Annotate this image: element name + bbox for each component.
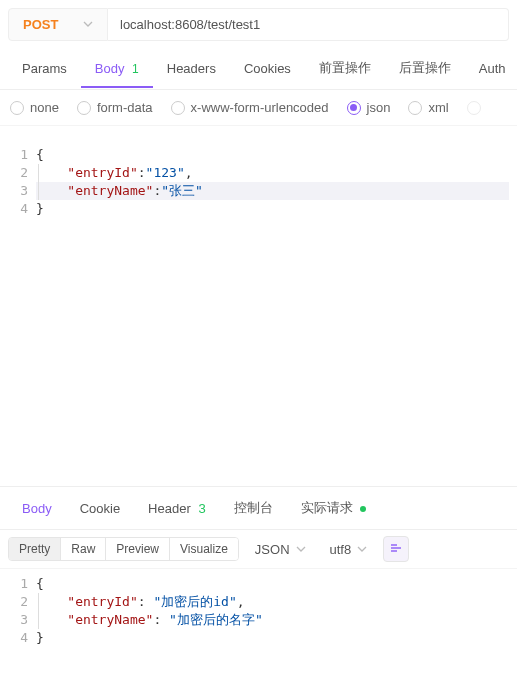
radio-icon	[347, 101, 361, 115]
line-number: 4	[0, 200, 28, 218]
code-value: "张三"	[161, 183, 203, 198]
radio-xform-label: x-www-form-urlencoded	[191, 100, 329, 115]
radio-icon	[77, 101, 91, 115]
tab-body[interactable]: Body 1	[81, 51, 153, 88]
response-body-viewer[interactable]: 1 2 3 4 { "entryId": "加密后的id", "entryNam…	[0, 569, 517, 647]
radio-icon	[10, 101, 24, 115]
gutter: 1 2 3 4	[0, 146, 36, 218]
body-type-selector: none form-data x-www-form-urlencoded jso…	[0, 90, 517, 126]
tab-post-request[interactable]: 后置操作	[385, 49, 465, 89]
view-pretty-button[interactable]: Pretty	[9, 538, 61, 560]
view-preview-button[interactable]: Preview	[106, 538, 170, 560]
code-key: "entryName"	[67, 612, 153, 627]
response-encoding-select[interactable]: utf8	[322, 538, 376, 561]
radio-more[interactable]	[467, 101, 481, 115]
tab-auth[interactable]: Auth	[465, 51, 517, 88]
radio-json[interactable]: json	[347, 100, 391, 115]
view-visualize-button[interactable]: Visualize	[170, 538, 238, 560]
gutter: 1 2 3 4	[0, 575, 36, 647]
radio-form-data[interactable]: form-data	[77, 100, 153, 115]
http-method-label: POST	[23, 17, 58, 32]
chevron-down-icon	[83, 17, 93, 32]
code-key: "entryName"	[67, 183, 153, 198]
code-key: "entryId"	[67, 594, 137, 609]
code-text: }	[36, 201, 44, 216]
line-number: 2	[0, 164, 28, 182]
line-number: 4	[0, 629, 28, 647]
response-encoding-label: utf8	[330, 542, 352, 557]
code-lines: { "entryId":"123", "entryName":"张三" }	[36, 146, 517, 218]
code-text: }	[36, 630, 44, 645]
radio-none[interactable]: none	[10, 100, 59, 115]
http-method-select[interactable]: POST	[8, 8, 108, 41]
tab-params[interactable]: Params	[8, 51, 81, 88]
code-value: "加密后的名字"	[169, 612, 263, 627]
resp-tab-header-label: Header	[148, 501, 191, 516]
line-number: 2	[0, 593, 28, 611]
request-tabs: Params Body 1 Headers Cookies 前置操作 后置操作 …	[0, 49, 517, 90]
radio-xml-label: xml	[428, 100, 448, 115]
resp-tab-header[interactable]: Header 3	[134, 489, 220, 528]
resp-tab-body[interactable]: Body	[8, 489, 66, 528]
response-format-select[interactable]: JSON	[247, 538, 314, 561]
tab-pre-request[interactable]: 前置操作	[305, 49, 385, 89]
radio-json-label: json	[367, 100, 391, 115]
resp-tab-actual-request[interactable]: 实际请求	[287, 487, 381, 529]
radio-none-label: none	[30, 100, 59, 115]
view-raw-button[interactable]: Raw	[61, 538, 106, 560]
radio-icon	[408, 101, 422, 115]
tab-cookies[interactable]: Cookies	[230, 51, 305, 88]
radio-icon	[467, 101, 481, 115]
chevron-down-icon	[357, 542, 367, 557]
resp-tab-header-count: 3	[198, 501, 205, 516]
radio-form-data-label: form-data	[97, 100, 153, 115]
response-view-mode: Pretty Raw Preview Visualize	[8, 537, 239, 561]
code-key: "entryId"	[67, 165, 137, 180]
line-number: 3	[0, 611, 28, 629]
format-icon	[389, 541, 403, 558]
tab-body-label: Body	[95, 61, 125, 76]
tab-body-count: 1	[132, 62, 139, 76]
radio-icon	[171, 101, 185, 115]
resp-tab-actual-label: 实际请求	[301, 500, 353, 515]
line-number: 1	[0, 146, 28, 164]
response-format-label: JSON	[255, 542, 290, 557]
tab-headers[interactable]: Headers	[153, 51, 230, 88]
resp-tab-cookie[interactable]: Cookie	[66, 489, 134, 528]
request-body-editor[interactable]: 1 2 3 4 { "entryId":"123", "entryName":"…	[0, 126, 517, 218]
radio-xml[interactable]: xml	[408, 100, 448, 115]
response-tabs: Body Cookie Header 3 控制台 实际请求	[0, 487, 517, 530]
status-dot-icon	[360, 506, 366, 512]
radio-x-www-form-urlencoded[interactable]: x-www-form-urlencoded	[171, 100, 329, 115]
resp-tab-console[interactable]: 控制台	[220, 487, 287, 529]
code-value: "123"	[146, 165, 185, 180]
code-lines: { "entryId": "加密后的id", "entryName": "加密后…	[36, 575, 517, 647]
code-value: "加密后的id"	[153, 594, 236, 609]
url-input[interactable]	[108, 8, 509, 41]
format-button[interactable]	[383, 536, 409, 562]
code-text: {	[36, 147, 44, 162]
chevron-down-icon	[296, 542, 306, 557]
code-text: {	[36, 576, 44, 591]
line-number: 3	[0, 182, 28, 200]
line-number: 1	[0, 575, 28, 593]
